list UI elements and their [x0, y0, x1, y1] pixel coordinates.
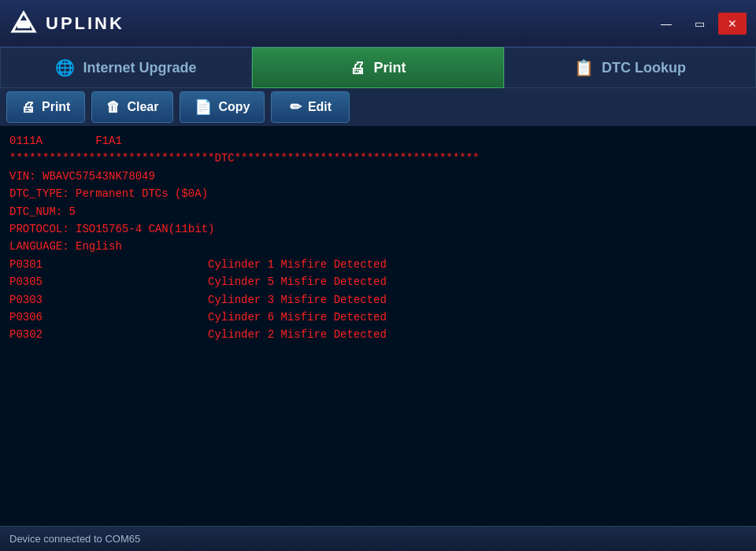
- console-line: LANGUAGE: English: [9, 238, 747, 255]
- tab-print[interactable]: 🖨Print: [252, 47, 504, 88]
- logo-area: UPLINK: [9, 9, 124, 38]
- edit-btn-icon: ✏: [290, 98, 302, 116]
- minimize-button[interactable]: —: [652, 13, 680, 35]
- console-line: P0303 Cylinder 3 Misfire Detected: [9, 291, 747, 309]
- content-area: 0111A F1A1******************************…: [0, 126, 756, 526]
- internet-upgrade-icon: 🌐: [55, 58, 75, 77]
- edit-btn[interactable]: ✏Edit: [271, 91, 350, 123]
- clear-btn[interactable]: 🗑Clear: [91, 91, 173, 123]
- status-text: Device connected to COM65: [9, 533, 140, 545]
- console-line: VIN: WBAVC57543NK78049: [9, 168, 747, 185]
- console-line: *******************************DTC******…: [9, 150, 747, 167]
- console-output[interactable]: 0111A F1A1******************************…: [0, 126, 756, 526]
- print-btn-icon: 🖨: [21, 99, 35, 116]
- print-btn[interactable]: 🖨Print: [6, 91, 85, 123]
- console-line: 0111A F1A1: [9, 132, 747, 150]
- close-button[interactable]: ✕: [718, 13, 747, 35]
- copy-btn-label: Copy: [218, 100, 250, 114]
- console-line: DTC_TYPE: Permanent DTCs ($0A): [9, 185, 747, 202]
- tab-label-internet-upgrade: Internet Upgrade: [83, 60, 196, 76]
- maximize-button[interactable]: ▭: [685, 13, 713, 35]
- console-line: P0301 Cylinder 1 Misfire Detected: [9, 256, 747, 273]
- toolbar: 🖨Print🗑Clear📄Copy✏Edit: [0, 88, 756, 126]
- console-line: PROTOCOL: ISO15765-4 CAN(11bit): [9, 220, 747, 238]
- print-btn-label: Print: [42, 100, 70, 114]
- console-line: P0302 Cylinder 2 Misfire Detected: [9, 326, 747, 343]
- clear-btn-icon: 🗑: [106, 99, 120, 116]
- titlebar: UPLINK — ▭ ✕: [0, 0, 756, 47]
- dtc-lookup-icon: 📋: [574, 58, 594, 77]
- console-line: DTC_NUM: 5: [9, 203, 747, 220]
- tab-internet-upgrade[interactable]: 🌐Internet Upgrade: [0, 47, 252, 88]
- tab-label-print: Print: [373, 60, 406, 76]
- statusbar: Device connected to COM65: [0, 526, 756, 551]
- svg-rect-1: [17, 20, 30, 28]
- edit-btn-label: Edit: [308, 100, 332, 114]
- print-icon: 🖨: [350, 59, 365, 77]
- clear-btn-label: Clear: [127, 100, 158, 114]
- tab-label-dtc-lookup: DTC Lookup: [602, 60, 686, 76]
- nav-tabs: 🌐Internet Upgrade🖨Print📋DTC Lookup: [0, 47, 756, 88]
- uplink-logo-icon: [9, 9, 38, 38]
- window-controls: — ▭ ✕: [652, 13, 747, 35]
- console-line: P0305 Cylinder 5 Misfire Detected: [9, 273, 747, 290]
- tab-dtc-lookup[interactable]: 📋DTC Lookup: [504, 47, 756, 88]
- copy-btn[interactable]: 📄Copy: [180, 91, 265, 123]
- copy-btn-icon: 📄: [195, 98, 212, 116]
- app-title: UPLINK: [46, 13, 124, 34]
- console-line: P0306 Cylinder 6 Misfire Detected: [9, 309, 747, 326]
